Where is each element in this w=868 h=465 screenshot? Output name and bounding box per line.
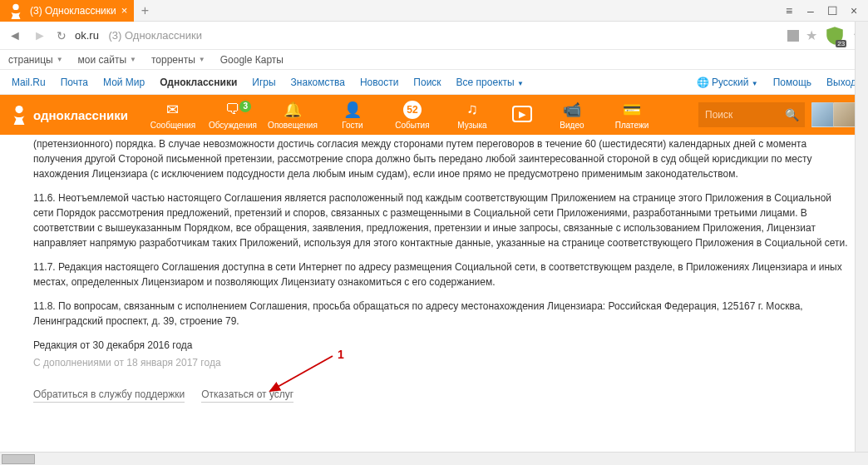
- help-link[interactable]: Помощь: [773, 77, 811, 88]
- search-input[interactable]: [705, 109, 785, 121]
- bookmark-star-icon[interactable]: ★: [806, 27, 817, 43]
- exit-link[interactable]: Выход: [826, 77, 856, 88]
- page-content: (претензионного) порядка. В случае невоз…: [0, 135, 868, 456]
- events-icon: 52: [403, 101, 422, 119]
- lock-icon[interactable]: [787, 30, 799, 42]
- browser-titlebar: (3) Одноклассники × + ≡ – ☐ ×: [0, 0, 868, 22]
- footer-links: Обратиться в службу поддержки Отказаться…: [33, 387, 851, 403]
- bell-icon: 🔔: [284, 101, 302, 119]
- nav-events[interactable]: 52События: [382, 101, 442, 130]
- nav-messages[interactable]: ✉Сообщения: [143, 101, 203, 130]
- url-field[interactable]: ok.ru (3) Одноклассники: [75, 29, 779, 42]
- search-icon[interactable]: 🔍: [785, 108, 799, 121]
- user-avatars[interactable]: [811, 102, 858, 127]
- mailru-link[interactable]: Почта: [61, 77, 88, 88]
- bookmark-item[interactable]: Google Карты: [220, 54, 284, 66]
- mailru-link[interactable]: Поиск: [413, 77, 441, 88]
- mailru-link[interactable]: Мой Мир: [103, 77, 145, 88]
- protect-shield-icon[interactable]: 23: [824, 25, 846, 47]
- ok-logo-icon: [10, 104, 28, 126]
- agreement-paragraph: 11.7. Редакция настоящего Соглашения дос…: [33, 260, 851, 289]
- ok-logo[interactable]: одноклассники: [10, 104, 128, 126]
- bookmark-item[interactable]: страницы▼: [8, 54, 63, 66]
- badge: 3: [239, 101, 251, 112]
- tab-title: (3) Одноклассники: [30, 5, 116, 17]
- svg-point-0: [12, 3, 18, 9]
- mailru-link[interactable]: Все проекты ▼: [456, 77, 524, 88]
- vertical-scrollbar[interactable]: [855, 22, 868, 452]
- nav-discussions[interactable]: 3🗨Обсуждения: [203, 101, 263, 130]
- nav-play[interactable]: ▶: [502, 106, 542, 124]
- svg-point-1: [15, 106, 22, 113]
- scrollbar-thumb[interactable]: [2, 454, 35, 464]
- decline-services-link[interactable]: Отказаться от услуг: [201, 387, 293, 403]
- address-bar: ◄ ► ↻ ok.ru (3) Одноклассники ★ 23 ▼: [0, 22, 868, 50]
- search-box[interactable]: 🔍: [698, 102, 805, 127]
- mailru-link[interactable]: Mail.Ru: [12, 77, 46, 88]
- mailru-link-active[interactable]: Одноклассники: [160, 77, 237, 88]
- new-tab-button[interactable]: +: [134, 0, 155, 22]
- nav-notifications[interactable]: 🔔Оповещения: [263, 101, 323, 130]
- window-controls: ≡ – ☐ ×: [780, 2, 868, 20]
- address-icons: ★ 23 ▼: [787, 25, 861, 47]
- nav-guests[interactable]: 👤Гости: [323, 101, 382, 130]
- nav-video[interactable]: 📹Видео: [542, 101, 602, 130]
- revision-subdate: С дополнениями от 18 января 2017 года: [33, 355, 851, 370]
- bookmark-item[interactable]: торренты▼: [151, 54, 205, 66]
- language-selector[interactable]: 🌐 Русский ▼: [697, 77, 758, 88]
- agreement-paragraph: 11.6. Неотъемлемой частью настоящего Сог…: [33, 190, 851, 250]
- horizontal-scrollbar[interactable]: [0, 452, 868, 465]
- chat-icon: 🗨: [225, 101, 240, 119]
- back-button[interactable]: ◄: [7, 28, 23, 43]
- menu-icon[interactable]: ≡: [780, 2, 798, 20]
- nav-music[interactable]: ♫Музыка: [442, 101, 502, 130]
- browser-tab[interactable]: (3) Одноклассники ×: [0, 0, 134, 22]
- envelope-icon: ✉: [166, 101, 179, 119]
- agreement-paragraph: (претензионного) порядка. В случае невоз…: [33, 136, 851, 181]
- mailru-link[interactable]: Знакомства: [291, 77, 345, 88]
- minimize-icon[interactable]: –: [801, 2, 820, 20]
- close-window-icon[interactable]: ×: [845, 2, 863, 20]
- bookmarks-bar: страницы▼ мои сайты▼ торренты▼ Google Ка…: [0, 50, 868, 70]
- wallet-icon: 💳: [623, 101, 641, 119]
- ok-favicon: [7, 0, 25, 22]
- mailru-link[interactable]: Игры: [252, 77, 275, 88]
- close-icon[interactable]: ×: [121, 4, 128, 17]
- video-icon: 📹: [563, 101, 581, 119]
- forward-button[interactable]: ►: [32, 28, 48, 43]
- annotation-number: 1: [338, 348, 344, 361]
- person-icon: 👤: [343, 101, 362, 119]
- agreement-paragraph: 11.8. По вопросам, связанным с исполнени…: [33, 299, 851, 329]
- support-link[interactable]: Обратиться в службу поддержки: [33, 387, 185, 403]
- play-icon: ▶: [512, 106, 532, 122]
- maximize-icon[interactable]: ☐: [823, 2, 841, 20]
- reload-button[interactable]: ↻: [57, 29, 67, 42]
- mailru-header: Mail.Ru Почта Мой Мир Одноклассники Игры…: [0, 70, 868, 95]
- music-icon: ♫: [466, 101, 478, 119]
- bookmark-item[interactable]: мои сайты▼: [78, 54, 136, 66]
- revision-date: Редакция от 30 декабря 2016 года: [33, 338, 851, 353]
- ok-main-nav: одноклассники ✉Сообщения 3🗨Обсуждения 🔔О…: [0, 95, 868, 135]
- mailru-link[interactable]: Новости: [360, 77, 398, 88]
- nav-payments[interactable]: 💳Платежи: [602, 101, 662, 130]
